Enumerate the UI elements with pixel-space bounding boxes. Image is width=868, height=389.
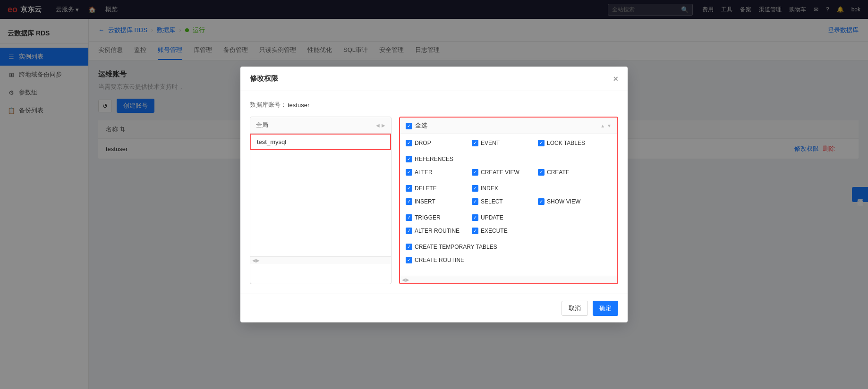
perm-create-temp-tables: CREATE TEMPORARY TABLES bbox=[406, 244, 497, 250]
modal-title: 修改权限 bbox=[250, 74, 278, 83]
perm-index: INDEX bbox=[472, 185, 528, 192]
modal-close-button[interactable]: × bbox=[613, 75, 618, 83]
form-value-account: testuser bbox=[288, 101, 309, 109]
perm-create-routine-checkbox[interactable] bbox=[406, 257, 412, 263]
perm-insert-checkbox[interactable] bbox=[406, 198, 412, 205]
perm-trigger-checkbox[interactable] bbox=[406, 214, 412, 221]
perm-row-5: CREATE ROUTINE bbox=[406, 257, 612, 263]
perm-event-label: EVENT bbox=[481, 140, 500, 146]
perm-alter-routine-label: ALTER ROUTINE bbox=[415, 228, 460, 234]
perm-create: CREATE bbox=[538, 169, 595, 176]
perm-create-view: CREATE VIEW bbox=[472, 169, 528, 176]
perm-update: UPDATE bbox=[472, 214, 528, 221]
perm-create-checkbox[interactable] bbox=[538, 169, 545, 176]
perm-select-label: SELECT bbox=[481, 198, 503, 205]
db-list-scroll[interactable]: test_mysql bbox=[250, 134, 391, 256]
perm-index-label: INDEX bbox=[481, 185, 498, 192]
perm-trigger-label: TRIGGER bbox=[415, 214, 441, 221]
perm-layout: 全局 ◀ ▶ test_mysql ◀ ▶ bbox=[250, 117, 618, 284]
perm-panel-scrollbar-h: ◀ ▶ bbox=[400, 276, 617, 283]
perm-create-label: CREATE bbox=[547, 169, 570, 176]
perm-alter-routine-checkbox[interactable] bbox=[406, 228, 412, 234]
db-list-panel: 全局 ◀ ▶ test_mysql ◀ ▶ bbox=[250, 117, 391, 284]
perm-execute: EXECUTE bbox=[472, 228, 528, 234]
perm-select: SELECT bbox=[472, 198, 528, 205]
perm-references-label: REFERENCES bbox=[415, 156, 453, 162]
perm-update-checkbox[interactable] bbox=[472, 214, 478, 221]
perm-select-checkbox[interactable] bbox=[472, 198, 478, 205]
perm-lock-tables-checkbox[interactable] bbox=[538, 140, 545, 146]
perm-row-3: INSERT SELECT SHOW VIEW bbox=[406, 198, 612, 221]
perm-panel-header: 全选 ▲ ▼ bbox=[400, 118, 617, 134]
db-list-scrollbar-h: ◀ ▶ bbox=[250, 256, 391, 264]
perm-drop-label: DROP bbox=[415, 140, 431, 146]
modal-overlay[interactable]: 修改权限 × 数据库账号： testuser 全局 ◀ ▶ bbox=[0, 0, 868, 389]
perm-scroll-h-left[interactable]: ◀ bbox=[402, 277, 406, 282]
perm-show-view-checkbox[interactable] bbox=[538, 198, 545, 205]
perm-show-view-label: SHOW VIEW bbox=[547, 198, 580, 205]
perm-lock-tables: LOCK TABLES bbox=[538, 140, 595, 146]
form-label-account: 数据库账号： bbox=[250, 101, 288, 109]
perm-lock-tables-label: LOCK TABLES bbox=[547, 140, 585, 146]
perm-delete: DELETE bbox=[406, 185, 462, 192]
perm-references-checkbox[interactable] bbox=[406, 156, 412, 162]
db-list-header: 全局 ◀ ▶ bbox=[250, 117, 391, 134]
perm-panel-body: DROP EVENT LOCK TABLES bbox=[400, 134, 617, 276]
perm-delete-checkbox[interactable] bbox=[406, 185, 412, 192]
scroll-h-left[interactable]: ◀ bbox=[252, 258, 256, 263]
modal-body: 数据库账号： testuser 全局 ◀ ▶ te bbox=[240, 91, 628, 294]
perm-alter-routine: ALTER ROUTINE bbox=[406, 228, 462, 234]
select-all-label: 全选 bbox=[415, 121, 427, 130]
modal-header: 修改权限 × bbox=[240, 67, 628, 91]
perm-create-view-label: CREATE VIEW bbox=[481, 169, 519, 176]
perm-scroll-up[interactable]: ▲ bbox=[600, 123, 605, 128]
scroll-right-arrow[interactable]: ▶ bbox=[382, 123, 385, 128]
modal: 修改权限 × 数据库账号： testuser 全局 ◀ ▶ bbox=[240, 67, 628, 322]
perm-insert-label: INSERT bbox=[415, 198, 435, 205]
scroll-h-right[interactable]: ▶ bbox=[256, 258, 260, 263]
select-all-checkbox[interactable] bbox=[406, 122, 412, 129]
select-all-checkbox-icon bbox=[406, 123, 412, 129]
perm-insert: INSERT bbox=[406, 198, 462, 205]
perm-panel: 全选 ▲ ▼ DROP bbox=[399, 117, 618, 284]
perm-row-2: ALTER CREATE VIEW CREATE bbox=[406, 169, 612, 192]
db-list-title: 全局 bbox=[256, 121, 268, 129]
confirm-button[interactable]: 确定 bbox=[593, 301, 618, 316]
modal-footer: 取消 确定 bbox=[240, 294, 628, 322]
perm-alter-label: ALTER bbox=[415, 169, 433, 176]
perm-event: EVENT bbox=[472, 140, 528, 146]
perm-alter-checkbox[interactable] bbox=[406, 169, 412, 176]
perm-index-checkbox[interactable] bbox=[472, 185, 478, 192]
perm-delete-label: DELETE bbox=[415, 185, 437, 192]
perm-create-routine: CREATE ROUTINE bbox=[406, 257, 464, 263]
perm-row-1: DROP EVENT LOCK TABLES bbox=[406, 140, 612, 162]
perm-update-label: UPDATE bbox=[481, 214, 503, 221]
db-list-item-test-mysql[interactable]: test_mysql bbox=[250, 134, 391, 150]
perm-create-routine-label: CREATE ROUTINE bbox=[415, 257, 464, 263]
perm-scroll-down[interactable]: ▼ bbox=[607, 123, 612, 128]
perm-create-temp-tables-checkbox[interactable] bbox=[406, 244, 412, 250]
perm-execute-checkbox[interactable] bbox=[472, 228, 478, 234]
perm-references: REFERENCES bbox=[406, 156, 462, 162]
perm-row-4: ALTER ROUTINE EXECUTE CREATE TEMPORARY T… bbox=[406, 228, 612, 250]
perm-execute-label: EXECUTE bbox=[481, 228, 508, 234]
perm-create-view-checkbox[interactable] bbox=[472, 169, 478, 176]
perm-show-view: SHOW VIEW bbox=[538, 198, 595, 205]
perm-create-temp-tables-label: CREATE TEMPORARY TABLES bbox=[415, 244, 497, 250]
cancel-button[interactable]: 取消 bbox=[562, 301, 588, 316]
perm-alter: ALTER bbox=[406, 169, 462, 176]
perm-scroll-h-right[interactable]: ▶ bbox=[406, 277, 409, 282]
perm-event-checkbox[interactable] bbox=[472, 140, 478, 146]
perm-trigger: TRIGGER bbox=[406, 214, 462, 221]
perm-drop-checkbox[interactable] bbox=[406, 140, 412, 146]
perm-drop: DROP bbox=[406, 140, 462, 146]
scroll-left-arrow[interactable]: ◀ bbox=[376, 123, 380, 128]
form-row-account: 数据库账号： testuser bbox=[250, 101, 618, 109]
